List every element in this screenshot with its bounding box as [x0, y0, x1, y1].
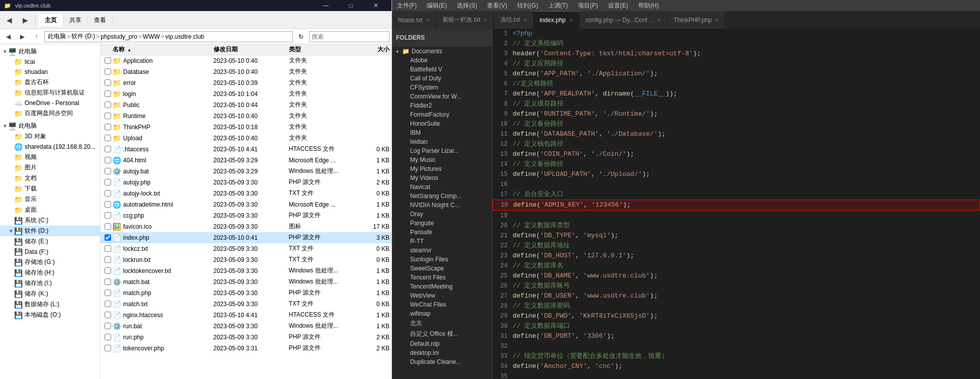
row-checkbox[interactable] — [103, 312, 113, 318]
tree-item-drive-d[interactable]: ▼ 💾 软件 (D:) — [0, 226, 100, 236]
folder-tree-item[interactable]: NVIDIA Nsight C... — [392, 201, 492, 210]
tree-item-video[interactable]: 📁 视频 — [0, 152, 100, 162]
file-row[interactable]: 📄 match.php 2023-05-09 3:30 PHP 源文件 1 KB — [101, 288, 391, 299]
folder-tree-item[interactable]: IBM — [392, 128, 492, 137]
file-row[interactable]: 📄 ccg.php 2023-05-09 3:30 PHP 源文件 1 KB — [101, 210, 391, 221]
editor-tab[interactable]: 索赔一栏改.txt✕ — [436, 11, 494, 29]
tab-close-button[interactable]: ✕ — [483, 17, 487, 23]
menu-item[interactable]: 帮助(H) — [633, 0, 664, 11]
file-row[interactable]: ⚙️ autojy.bat 2023-05-09 3:29 Windows 批处… — [101, 166, 391, 177]
file-row[interactable]: 📄 nginx.htaccess 2023-05-10 4:41 HTACCES… — [101, 310, 391, 321]
tree-item-shuadan[interactable]: 📁 shuadan — [0, 67, 100, 77]
code-editor[interactable]: 1 <?php 2 // 定义系统编码 3 header('Content-Ty… — [493, 29, 980, 379]
row-checkbox[interactable] — [103, 212, 113, 219]
row-checkbox[interactable] — [103, 201, 113, 208]
tree-item-drive-i[interactable]: 💾 储存池 (I:) — [0, 278, 100, 289]
folder-tree-item[interactable]: NetSarang Comp... — [392, 192, 492, 201]
editor-tab[interactable]: hbase.txt✕ — [392, 11, 436, 29]
tree-item-3d[interactable]: 📁 3D 对象 — [0, 131, 100, 142]
row-checkbox[interactable] — [103, 323, 113, 329]
tree-item-drive-f[interactable]: 💾 Data (F:) — [0, 247, 100, 257]
file-row[interactable]: 📄 match.txt 2023-05-09 3:30 TXT 文件 0 KB — [101, 299, 391, 310]
folder-tree-item[interactable]: ▾📁Documents — [392, 47, 492, 56]
file-row[interactable]: 📁 Application 2023-05-10 0:40 文件夹 — [101, 55, 391, 66]
folder-tree-item[interactable]: My Music — [392, 155, 492, 164]
editor-tab[interactable]: 冻结.txt✕ — [494, 11, 534, 29]
menu-item[interactable]: 查看(V) — [482, 0, 512, 11]
tree-item-baidu[interactable]: 📁 百度网盘同步空间 — [0, 108, 100, 119]
folder-tree-item[interactable]: Call of Duty — [392, 74, 492, 83]
forward-button[interactable]: ▶ — [18, 14, 32, 27]
search-input[interactable] — [309, 31, 389, 42]
folder-tree-item[interactable]: Panguite — [392, 219, 492, 228]
col-size-header[interactable]: 大小 — [356, 45, 389, 54]
tree-item-drive-e[interactable]: 💾 储存 (E:) — [0, 236, 100, 247]
folder-tree-item[interactable]: Duplicate Cleane... — [392, 357, 492, 366]
nav-up[interactable]: ↑ — [30, 31, 42, 42]
file-row[interactable]: 📁 Upload 2023-05-10 0:40 文件夹 — [101, 133, 391, 144]
row-checkbox[interactable] — [103, 256, 113, 263]
file-row[interactable]: 📁 Public 2023-05-10 0:44 文件夹 — [101, 100, 391, 111]
file-row[interactable]: 📄 lockcz.txt 2023-05-09 3:30 TXT 文件 0 KB — [101, 243, 391, 254]
folder-tree-item[interactable]: Default.rdp — [392, 339, 492, 348]
col-date-header[interactable]: 修改日期 — [214, 45, 289, 54]
row-checkbox[interactable] — [103, 245, 113, 252]
folder-tree-item[interactable]: leidian — [392, 137, 492, 146]
col-type-header[interactable]: 类型 — [289, 45, 356, 54]
row-checkbox[interactable] — [103, 135, 113, 141]
folder-tree-item[interactable]: steamvr — [392, 246, 492, 255]
menu-item[interactable]: 选择(S) — [452, 0, 482, 11]
file-row[interactable]: ⚙️ run.bat 2023-05-09 3:30 Windows 批处理..… — [101, 321, 391, 332]
tree-item-info-crime[interactable]: 📁 信息犯罪与计算机取证 — [0, 87, 100, 98]
folder-tree-item[interactable]: HonorSuite — [392, 119, 492, 128]
file-row[interactable]: 📄 autojy.php 2023-05-09 3:30 PHP 源文件 2 K… — [101, 177, 391, 188]
row-checkbox[interactable] — [103, 124, 113, 130]
file-row[interactable]: 📁 Database 2023-05-10 0:40 文件夹 — [101, 66, 391, 77]
row-checkbox[interactable] — [103, 290, 113, 296]
folder-tree-item[interactable]: My Videos — [392, 173, 492, 182]
folder-tree-item[interactable]: Tencent Files — [392, 273, 492, 282]
file-row[interactable]: 📄 index.php 2023-05-10 0:41 PHP 源文件 3 KB — [101, 232, 391, 243]
folder-tree-item[interactable]: Sunlogin Files — [392, 255, 492, 264]
tree-item-docs[interactable]: 📁 文档 — [0, 173, 100, 183]
tree-item-downloads[interactable]: 📁 下载 — [0, 183, 100, 194]
row-checkbox[interactable] — [103, 301, 113, 307]
folder-tree-item[interactable]: Navicat — [392, 182, 492, 192]
file-row[interactable]: 📁 Runtime 2023-05-10 0:40 文件夹 — [101, 111, 391, 122]
menu-item[interactable]: 项目(P) — [573, 0, 603, 11]
file-row[interactable]: 📁 ThinkPHP 2023-05-10 0:18 文件夹 — [101, 122, 391, 133]
folder-tree-item[interactable]: WebView — [392, 291, 492, 300]
row-checkbox[interactable] — [103, 68, 113, 75]
folder-tree-item[interactable]: CommView for W... — [392, 92, 492, 101]
folder-tree-item[interactable]: Adobe — [392, 56, 492, 65]
folder-tree-item[interactable]: TencentMeeting — [392, 282, 492, 291]
folder-tree-item[interactable]: Pansafe — [392, 228, 492, 237]
row-checkbox[interactable] — [103, 234, 113, 241]
tree-item-pc[interactable]: ▼ 🖥️ 此电脑 — [0, 46, 100, 57]
row-checkbox[interactable] — [103, 223, 113, 230]
tree-item-sharedata[interactable]: 🌐 sharedata (192.168.8.20... — [0, 142, 100, 152]
minimize-button[interactable]: — — [314, 0, 337, 11]
tree-item-drive-h[interactable]: 💾 储存池 (H:) — [0, 267, 100, 278]
file-row[interactable]: 📄 run.php 2023-05-09 3:30 PHP 源文件 2 KB — [101, 332, 391, 343]
tab-close-button[interactable]: ✕ — [426, 17, 430, 23]
row-checkbox[interactable] — [103, 190, 113, 197]
row-checkbox[interactable] — [103, 278, 113, 285]
nav-forward[interactable]: ▶ — [16, 31, 28, 42]
row-checkbox[interactable] — [103, 57, 113, 64]
folder-tree-item[interactable]: wifimap — [392, 309, 492, 318]
folder-tree-item[interactable]: Battlefield V — [392, 65, 492, 74]
folder-tree-item[interactable]: R-TT — [392, 237, 492, 246]
tree-item-licai[interactable]: 📁 licai — [0, 57, 100, 67]
file-row[interactable]: 🌐 autotradetime.html 2023-05-09 3:30 Mic… — [101, 199, 391, 210]
tree-item-drive-l[interactable]: 💾 数据储存 (L:) — [0, 299, 100, 310]
file-row[interactable]: ⚙️ match.bat 2023-05-09 3:30 Windows 批处理… — [101, 276, 391, 288]
row-checkbox[interactable] — [103, 334, 113, 340]
col-name-header[interactable]: 名称 ▲ — [113, 45, 214, 54]
tab-close-button[interactable]: ✕ — [657, 17, 661, 23]
row-checkbox[interactable] — [103, 79, 113, 86]
folder-tree-item[interactable]: My Pictures — [392, 164, 492, 173]
folder-tree-item[interactable]: FormatFactory — [392, 110, 492, 119]
row-checkbox[interactable] — [103, 102, 113, 108]
menu-item[interactable]: 文件(F) — [392, 0, 422, 11]
